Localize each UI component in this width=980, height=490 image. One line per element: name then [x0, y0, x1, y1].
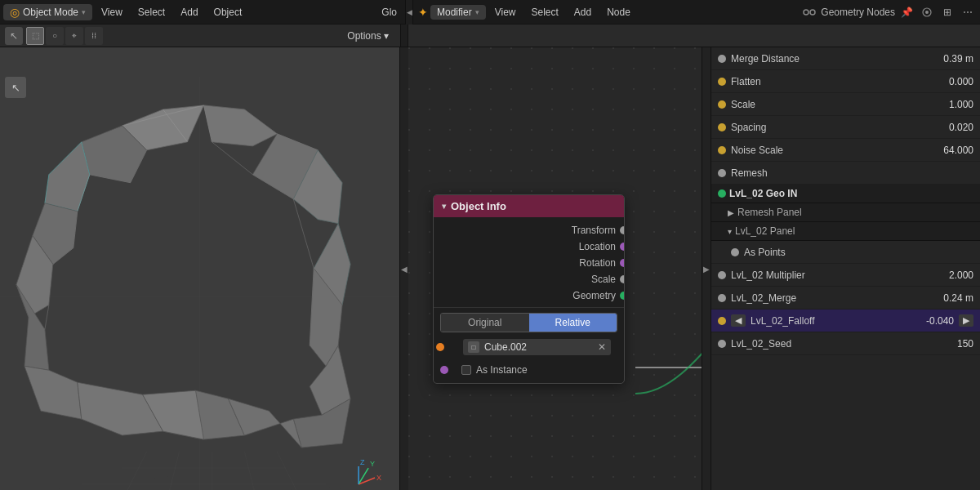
spacing-value[interactable]: 0.020: [924, 122, 973, 133]
mode-toggle[interactable]: Original Relative: [440, 313, 617, 332]
right-panel: Merge Distance 0.39 m Flatten 0.000 Scal…: [710, 47, 980, 490]
lvl02-panel-label: LvL_02 Panel: [735, 225, 795, 237]
merge-distance-label: Merge Distance: [731, 53, 920, 65]
noise-scale-value[interactable]: 64.000: [924, 145, 973, 156]
object-selector-row: □ Cube.002 ✕: [447, 336, 617, 359]
object-menu-viewport[interactable]: Object: [207, 2, 249, 22]
prop-lvl-seed: LvL_02_Seed 150: [711, 332, 980, 355]
prop-lvl-multiplier: LvL_02 Multiplier 2.000: [711, 264, 980, 287]
view-menu-viewport[interactable]: View: [95, 2, 129, 22]
select-menu-node[interactable]: Select: [524, 2, 564, 22]
original-toggle-btn[interactable]: Original: [441, 314, 529, 332]
object-type-icon: □: [468, 341, 479, 353]
prop-scale: Scale 1.000: [711, 93, 980, 116]
global-toggle[interactable]: Glo: [375, 2, 403, 22]
prop-as-points: As Points: [711, 241, 980, 264]
select-tool-btn[interactable]: ↖: [5, 77, 26, 98]
object-mode-selector[interactable]: ◎ Object Mode ▾: [3, 4, 92, 20]
lvl-merge-socket: [718, 294, 726, 302]
transform-socket: [620, 226, 625, 234]
pin-icon[interactable]: 📌: [898, 3, 915, 21]
clear-object-btn[interactable]: ✕: [598, 341, 606, 353]
geo-in-label: LvL_02 Geo IN: [729, 188, 797, 199]
lvl-multiplier-value[interactable]: 2.000: [924, 270, 973, 281]
remesh-panel-label: Remesh Panel: [737, 207, 802, 218]
select-menu-viewport[interactable]: Select: [131, 2, 172, 22]
falloff-increment-btn[interactable]: ▶: [959, 314, 973, 327]
scale-socket-right: [718, 100, 726, 109]
geometry-nodes-title: Geometry Nodes: [821, 7, 895, 18]
as-instance-label: As Instance: [476, 364, 528, 376]
cursor-tool[interactable]: ↖: [5, 27, 23, 45]
view-menu-node[interactable]: View: [488, 2, 523, 22]
prop-lvl-merge: LvL_02_Merge 0.24 m: [711, 287, 980, 310]
svg-point-3: [925, 11, 929, 14]
node-editor-icon: ✦: [418, 6, 428, 19]
add-menu-viewport[interactable]: Add: [174, 2, 204, 22]
modifier-mode-selector[interactable]: Modifier ▾: [430, 5, 486, 20]
node-menu-node[interactable]: Node: [600, 2, 637, 22]
more-icon[interactable]: ⋯: [959, 3, 977, 21]
viewport-panel-toggle[interactable]: ◀: [400, 47, 408, 490]
select-mode-icons: ⬚ ○ ⌖ ⁞⁞: [26, 27, 103, 45]
remesh-panel-arrow: ▶: [728, 208, 734, 217]
lvl-merge-value[interactable]: 0.24 m: [924, 292, 973, 304]
merge-distance-value[interactable]: 0.39 m: [924, 53, 973, 65]
lvl-falloff-value[interactable]: -0.040: [905, 315, 954, 327]
node-collapse-chevron: ▾: [442, 202, 446, 211]
noise-scale-socket: [718, 146, 726, 154]
lvl02-panel-section[interactable]: ▾ LvL_02 Panel: [711, 222, 980, 241]
remesh-panel-section[interactable]: ▶ Remesh Panel: [711, 203, 980, 222]
as-instance-checkbox[interactable]: [461, 365, 471, 375]
svg-point-1: [810, 10, 815, 15]
scale-label: Scale: [591, 274, 616, 285]
add-menu-node[interactable]: Add: [568, 2, 598, 22]
node-row-scale: Scale: [434, 271, 624, 287]
node-editor[interactable]: ▾ Object Info Transform Location Rotatio…: [408, 47, 702, 490]
as-instance-socket: [440, 366, 448, 374]
scale-value[interactable]: 1.000: [924, 99, 973, 110]
panel-collapse-arrow[interactable]: ◀: [405, 0, 413, 24]
spacing-label: Spacing: [731, 122, 920, 133]
viewport-3d[interactable]: X Y Z: [0, 47, 400, 490]
flatten-socket: [718, 78, 726, 86]
lasso-select-icon[interactable]: ⌖: [65, 27, 83, 45]
as-instance-row: As Instance: [434, 362, 624, 378]
lvl-falloff-label: LvL_02_Falloff: [751, 315, 900, 327]
lvl-multiplier-socket: [718, 271, 726, 279]
right-panel-toggle[interactable]: ▶: [702, 47, 710, 490]
transform-label: Transform: [572, 225, 616, 236]
remesh-socket: [718, 169, 726, 177]
as-points-label: As Points: [744, 247, 973, 258]
object-mode-icon: ◎: [10, 6, 20, 19]
merge-distance-socket: [718, 55, 726, 63]
node-row-location: Location: [434, 238, 624, 255]
relative-toggle-btn[interactable]: Relative: [529, 314, 617, 332]
location-socket: [620, 243, 625, 251]
object-selector[interactable]: □ Cube.002 ✕: [463, 339, 611, 355]
flatten-value[interactable]: 0.000: [924, 76, 973, 87]
prop-lvl-falloff[interactable]: ◀ LvL_02_Falloff -0.040 ▶: [711, 310, 980, 332]
svg-text:Z: Z: [360, 458, 365, 466]
viewport-options[interactable]: Options ▾: [341, 26, 395, 46]
scale-label-right: Scale: [731, 99, 920, 110]
modifier-mode-label: Modifier: [437, 7, 472, 18]
geo-in-section[interactable]: LvL_02 Geo IN: [711, 185, 980, 203]
falloff-decrement-btn[interactable]: ◀: [731, 314, 746, 327]
dots-select-icon[interactable]: ⁞⁞: [85, 27, 103, 45]
snap-icon[interactable]: ⊞: [938, 3, 956, 21]
prop-flatten: Flatten 0.000: [711, 70, 980, 93]
overlay-icon[interactable]: [918, 3, 936, 21]
circle-select-icon[interactable]: ○: [46, 27, 64, 45]
flatten-label: Flatten: [731, 76, 920, 87]
node-title: Object Info: [451, 200, 506, 212]
spacing-socket: [718, 123, 726, 131]
location-label: Location: [579, 241, 616, 252]
box-select-icon[interactable]: ⬚: [26, 27, 44, 45]
lvl-seed-value[interactable]: 150: [924, 338, 973, 350]
geo-in-socket: [718, 189, 726, 198]
noise-scale-label: Noise Scale: [731, 145, 920, 156]
node-header[interactable]: ▾ Object Info: [434, 195, 624, 217]
object-mode-label: Object Mode: [23, 7, 78, 18]
geometry-label: Geometry: [572, 290, 616, 301]
